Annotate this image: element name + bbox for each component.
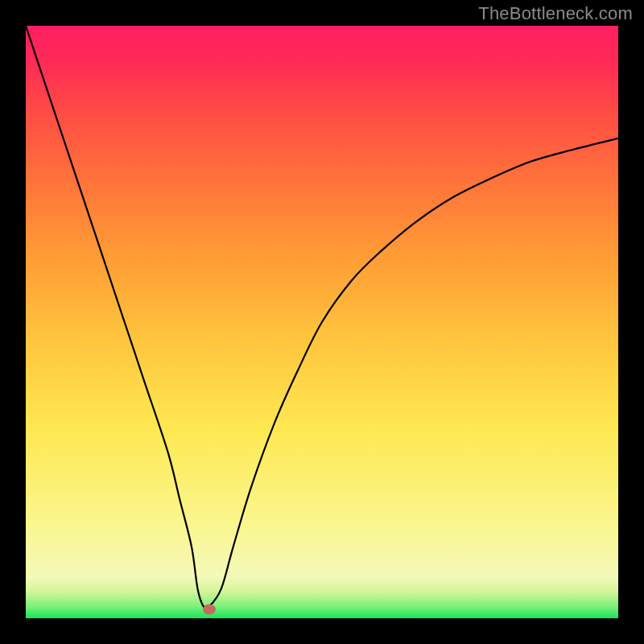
curve-svg [26,26,618,618]
bottleneck-curve [26,26,618,609]
watermark-text: TheBottleneck.com [478,3,633,24]
chart-frame: TheBottleneck.com [0,0,644,644]
gradient-background [26,26,618,618]
minimum-marker [203,604,216,614]
